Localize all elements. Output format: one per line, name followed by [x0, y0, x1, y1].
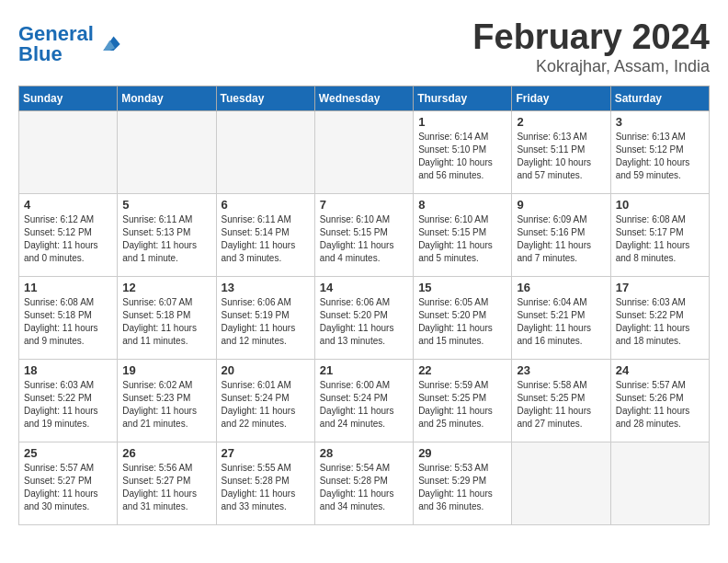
location-subtitle: Kokrajhar, Assam, India	[472, 57, 710, 76]
week-row-5: 25Sunrise: 5:57 AM Sunset: 5:27 PM Dayli…	[19, 442, 710, 524]
calendar-cell: 7Sunrise: 6:10 AM Sunset: 5:15 PM Daylig…	[314, 193, 413, 276]
day-number: 28	[320, 446, 408, 460]
calendar-cell: 27Sunrise: 5:55 AM Sunset: 5:28 PM Dayli…	[216, 442, 314, 524]
day-number: 15	[418, 281, 506, 294]
day-number: 10	[616, 198, 704, 212]
day-number: 6	[222, 198, 310, 212]
day-info: Sunrise: 6:06 AM Sunset: 5:19 PM Dayligh…	[222, 296, 310, 348]
calendar-cell: 29Sunrise: 5:53 AM Sunset: 5:29 PM Dayli…	[414, 442, 512, 524]
day-info: Sunrise: 6:10 AM Sunset: 5:15 PM Dayligh…	[418, 213, 506, 265]
day-number: 24	[616, 363, 704, 377]
calendar-cell: 20Sunrise: 6:01 AM Sunset: 5:24 PM Dayli…	[216, 359, 314, 442]
week-row-4: 18Sunrise: 6:03 AM Sunset: 5:22 PM Dayli…	[19, 359, 710, 442]
logo-icon	[96, 31, 121, 57]
day-info: Sunrise: 6:01 AM Sunset: 5:24 PM Dayligh…	[222, 379, 310, 431]
calendar-cell: 24Sunrise: 5:57 AM Sunset: 5:26 PM Dayli…	[610, 359, 709, 442]
day-number: 2	[517, 115, 605, 129]
day-info: Sunrise: 6:11 AM Sunset: 5:14 PM Dayligh…	[222, 213, 310, 265]
calendar-cell: 9Sunrise: 6:09 AM Sunset: 5:16 PM Daylig…	[512, 193, 610, 276]
day-info: Sunrise: 6:11 AM Sunset: 5:13 PM Dayligh…	[122, 213, 210, 265]
day-number: 8	[418, 198, 506, 212]
calendar-cell: 4Sunrise: 6:12 AM Sunset: 5:12 PM Daylig…	[19, 193, 118, 276]
day-info: Sunrise: 5:53 AM Sunset: 5:29 PM Dayligh…	[418, 462, 506, 513]
calendar-cell: 6Sunrise: 6:11 AM Sunset: 5:14 PM Daylig…	[216, 193, 314, 276]
header: General Blue February 2024 Kokrajhar, As…	[18, 18, 710, 76]
calendar-cell: 28Sunrise: 5:54 AM Sunset: 5:28 PM Dayli…	[314, 442, 413, 524]
day-info: Sunrise: 6:03 AM Sunset: 5:22 PM Dayligh…	[616, 296, 704, 348]
logo: General Blue	[18, 24, 121, 64]
calendar-cell: 19Sunrise: 6:02 AM Sunset: 5:23 PM Dayli…	[118, 359, 216, 442]
day-number: 4	[24, 198, 112, 212]
calendar-cell	[610, 442, 709, 524]
week-row-2: 4Sunrise: 6:12 AM Sunset: 5:12 PM Daylig…	[19, 193, 710, 276]
day-info: Sunrise: 6:06 AM Sunset: 5:20 PM Dayligh…	[320, 296, 408, 348]
day-number: 26	[122, 446, 210, 460]
day-info: Sunrise: 6:08 AM Sunset: 5:18 PM Dayligh…	[24, 296, 112, 348]
day-info: Sunrise: 5:59 AM Sunset: 5:25 PM Dayligh…	[418, 379, 506, 431]
weekday-header-row: SundayMondayTuesdayWednesdayThursdayFrid…	[19, 86, 710, 110]
day-info: Sunrise: 6:14 AM Sunset: 5:10 PM Dayligh…	[418, 131, 506, 182]
day-number: 20	[222, 363, 310, 377]
calendar-table: SundayMondayTuesdayWednesdayThursdayFrid…	[18, 86, 710, 525]
title-area: February 2024 Kokrajhar, Assam, India	[472, 18, 710, 76]
day-info: Sunrise: 6:13 AM Sunset: 5:11 PM Dayligh…	[517, 131, 605, 182]
day-info: Sunrise: 6:07 AM Sunset: 5:18 PM Dayligh…	[122, 296, 210, 348]
day-number: 22	[418, 363, 506, 377]
calendar-cell: 2Sunrise: 6:13 AM Sunset: 5:11 PM Daylig…	[512, 110, 610, 193]
calendar-cell: 5Sunrise: 6:11 AM Sunset: 5:13 PM Daylig…	[118, 193, 216, 276]
day-info: Sunrise: 6:10 AM Sunset: 5:15 PM Dayligh…	[320, 213, 408, 265]
day-number: 14	[320, 281, 408, 294]
calendar-cell: 11Sunrise: 6:08 AM Sunset: 5:18 PM Dayli…	[19, 276, 118, 359]
day-number: 3	[616, 115, 704, 129]
day-info: Sunrise: 5:57 AM Sunset: 5:26 PM Dayligh…	[616, 379, 704, 431]
month-year-title: February 2024	[472, 18, 710, 57]
calendar-cell: 17Sunrise: 6:03 AM Sunset: 5:22 PM Dayli…	[610, 276, 709, 359]
calendar-cell: 13Sunrise: 6:06 AM Sunset: 5:19 PM Dayli…	[216, 276, 314, 359]
day-number: 1	[418, 115, 506, 129]
weekday-header-saturday: Saturday	[610, 86, 709, 110]
week-row-3: 11Sunrise: 6:08 AM Sunset: 5:18 PM Dayli…	[19, 276, 710, 359]
day-number: 13	[222, 281, 310, 294]
day-info: Sunrise: 5:54 AM Sunset: 5:28 PM Dayligh…	[320, 462, 408, 513]
calendar-cell: 16Sunrise: 6:04 AM Sunset: 5:21 PM Dayli…	[512, 276, 610, 359]
calendar-cell	[512, 442, 610, 524]
day-number: 27	[222, 446, 310, 460]
calendar-cell: 14Sunrise: 6:06 AM Sunset: 5:20 PM Dayli…	[314, 276, 413, 359]
day-info: Sunrise: 6:08 AM Sunset: 5:17 PM Dayligh…	[616, 213, 704, 265]
day-info: Sunrise: 6:12 AM Sunset: 5:12 PM Dayligh…	[24, 213, 112, 265]
day-info: Sunrise: 6:09 AM Sunset: 5:16 PM Dayligh…	[517, 213, 605, 265]
weekday-header-wednesday: Wednesday	[314, 86, 413, 110]
day-info: Sunrise: 5:58 AM Sunset: 5:25 PM Dayligh…	[517, 379, 605, 431]
calendar-cell: 21Sunrise: 6:00 AM Sunset: 5:24 PM Dayli…	[314, 359, 413, 442]
calendar-cell	[19, 110, 118, 193]
day-info: Sunrise: 5:57 AM Sunset: 5:27 PM Dayligh…	[24, 462, 112, 513]
calendar-cell: 10Sunrise: 6:08 AM Sunset: 5:17 PM Dayli…	[610, 193, 709, 276]
day-info: Sunrise: 5:55 AM Sunset: 5:28 PM Dayligh…	[222, 462, 310, 513]
day-info: Sunrise: 6:00 AM Sunset: 5:24 PM Dayligh…	[320, 379, 408, 431]
calendar-cell: 18Sunrise: 6:03 AM Sunset: 5:22 PM Dayli…	[19, 359, 118, 442]
day-info: Sunrise: 6:13 AM Sunset: 5:12 PM Dayligh…	[616, 131, 704, 182]
day-number: 21	[320, 363, 408, 377]
calendar-cell: 12Sunrise: 6:07 AM Sunset: 5:18 PM Dayli…	[118, 276, 216, 359]
calendar-cell: 8Sunrise: 6:10 AM Sunset: 5:15 PM Daylig…	[414, 193, 512, 276]
logo-text: General Blue	[18, 24, 94, 64]
calendar-cell: 22Sunrise: 5:59 AM Sunset: 5:25 PM Dayli…	[414, 359, 512, 442]
day-number: 18	[24, 363, 112, 377]
day-number: 9	[517, 198, 605, 212]
day-number: 11	[24, 281, 112, 294]
day-info: Sunrise: 6:02 AM Sunset: 5:23 PM Dayligh…	[122, 379, 210, 431]
day-number: 7	[320, 198, 408, 212]
day-number: 23	[517, 363, 605, 377]
calendar-cell	[216, 110, 314, 193]
day-info: Sunrise: 5:56 AM Sunset: 5:27 PM Dayligh…	[122, 462, 210, 513]
calendar-cell: 15Sunrise: 6:05 AM Sunset: 5:20 PM Dayli…	[414, 276, 512, 359]
weekday-header-thursday: Thursday	[414, 86, 512, 110]
day-number: 12	[122, 281, 210, 294]
day-info: Sunrise: 6:05 AM Sunset: 5:20 PM Dayligh…	[418, 296, 506, 348]
week-row-1: 1Sunrise: 6:14 AM Sunset: 5:10 PM Daylig…	[19, 110, 710, 193]
day-number: 19	[122, 363, 210, 377]
calendar-cell: 23Sunrise: 5:58 AM Sunset: 5:25 PM Dayli…	[512, 359, 610, 442]
day-info: Sunrise: 6:03 AM Sunset: 5:22 PM Dayligh…	[24, 379, 112, 431]
weekday-header-monday: Monday	[118, 86, 216, 110]
logo-blue: Blue	[18, 42, 63, 65]
